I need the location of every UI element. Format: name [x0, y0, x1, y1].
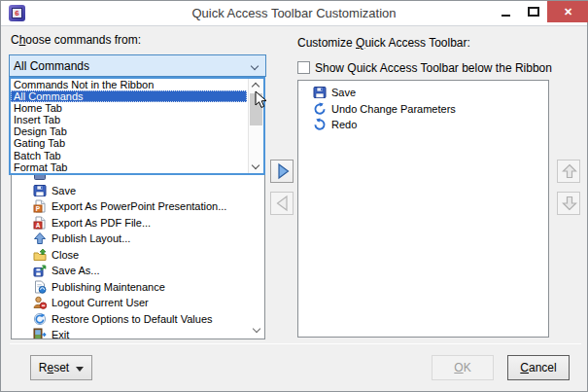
command-item[interactable]: Logout Current User [12, 295, 248, 311]
scrollbar-down-icon[interactable] [253, 325, 260, 333]
redo-icon [313, 118, 327, 131]
toolbar-item[interactable]: Save [298, 85, 546, 101]
toolbar-items-listbox[interactable]: Save Undo Change Parameters Redo [297, 80, 549, 338]
dropdown-item[interactable]: Commands Not in the Ribbon [11, 79, 247, 90]
svg-text:P: P [36, 205, 41, 212]
show-below-ribbon-label[interactable]: Show Quick Access Toolbar below the Ribb… [315, 61, 552, 75]
command-item[interactable]: Save [12, 183, 248, 199]
footer-separator [10, 343, 581, 344]
add-command-button[interactable] [270, 160, 294, 183]
reset-button[interactable]: Reset [30, 355, 92, 380]
command-item[interactable]: Save As... [12, 263, 248, 279]
command-item[interactable]: Close [12, 247, 248, 264]
commands-dropdown-popup[interactable]: Commands Not in the Ribbon All Commands … [9, 77, 265, 175]
logout-user-icon [33, 296, 47, 309]
move-up-button [557, 160, 580, 183]
exit-icon [33, 328, 47, 339]
show-below-ribbon-checkbox[interactable] [297, 61, 310, 74]
remove-command-button [270, 192, 294, 215]
dropdown-item[interactable]: Format Tab [11, 161, 247, 173]
scrollbar-down-icon[interactable] [252, 161, 259, 169]
down-arrow-icon [558, 192, 579, 215]
minimize-button[interactable] [492, 1, 520, 22]
scrollbar-up-icon[interactable] [252, 83, 259, 90]
mouse-cursor [255, 90, 268, 114]
maximize-button[interactable] [520, 1, 547, 22]
close-folder-icon [33, 248, 47, 262]
export-powerpoint-icon: P [33, 199, 47, 213]
command-item[interactable]: Exit [12, 327, 248, 339]
move-down-button [557, 192, 580, 215]
dropdown-item-selected[interactable]: All Commands [11, 90, 247, 102]
svg-text:A: A [36, 221, 41, 228]
restore-defaults-icon [33, 312, 47, 326]
close-button[interactable]: ✕ [547, 1, 588, 22]
dropdown-item[interactable]: Batch Tab [11, 150, 247, 161]
choose-commands-combobox[interactable]: All Commands [9, 54, 266, 77]
command-item[interactable]: Publish Layout... [12, 231, 248, 247]
right-arrow-icon [271, 160, 293, 183]
save-as-icon [33, 264, 47, 277]
command-item[interactable]: Restore Options to Default Values [12, 311, 248, 328]
publish-layout-icon [33, 232, 47, 245]
choose-commands-label: Choose commands from: [11, 33, 141, 47]
ok-button: OK [432, 355, 494, 380]
save-icon [33, 184, 47, 197]
dropdown-item[interactable]: Insert Tab [11, 114, 247, 125]
command-item[interactable]: Publishing Maintenance [12, 279, 248, 296]
cancel-button[interactable]: Cancel [507, 355, 570, 380]
customize-toolbar-label: Customize Quick Access Toolbar: [297, 36, 470, 50]
quick-access-toolbar-dialog: 6 Quick Access Toolbar Customization ✕ C… [0, 0, 588, 392]
dropdown-item[interactable]: Design Tab [11, 125, 247, 137]
combobox-value: All Commands [14, 59, 89, 73]
command-item[interactable]: A Export As PDF File... [12, 215, 248, 232]
left-arrow-icon [271, 192, 293, 215]
toolbar-item[interactable]: Undo Change Parameters [298, 101, 546, 118]
save-icon [313, 86, 327, 99]
dropdown-item[interactable]: Home Tab [11, 102, 247, 114]
title-bar[interactable]: 6 Quick Access Toolbar Customization ✕ [1, 1, 587, 26]
up-arrow-icon [558, 160, 579, 183]
toolbar-item[interactable]: Redo [298, 117, 546, 133]
publishing-maintenance-icon [33, 280, 47, 294]
maximize-icon [528, 7, 539, 17]
dropdown-arrow-icon [76, 367, 84, 372]
close-icon: ✕ [564, 6, 572, 18]
export-pdf-icon: A [33, 216, 47, 230]
command-item[interactable]: P Export As PowerPoint Presentation... [12, 198, 248, 215]
undo-icon [313, 102, 327, 116]
minimize-icon [502, 15, 510, 17]
chevron-down-icon [251, 62, 259, 70]
dropdown-item[interactable]: Gating Tab [11, 137, 247, 149]
